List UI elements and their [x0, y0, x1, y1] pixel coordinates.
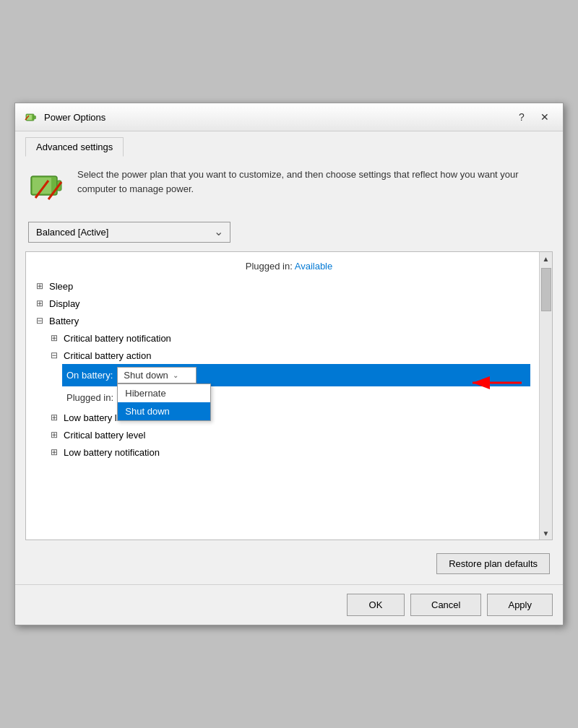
plugged-in-label: Plugged in: [66, 392, 113, 403]
plugged-header-value: Available [295, 261, 333, 272]
on-battery-row: On battery: Shut down ⌄ Hibernate Shut d… [62, 364, 530, 386]
close-button[interactable]: ✕ [535, 109, 554, 125]
settings-box: Plugged in: Available ⊞ Sleep ⊞ Display … [25, 251, 553, 540]
battery-icon-wrap [28, 168, 69, 210]
expand-icon-low-battery-notification[interactable]: ⊞ [48, 446, 61, 459]
svg-rect-1 [34, 116, 36, 119]
tree-label-low-battery-notification: Low battery notification [64, 447, 160, 458]
plan-dropdown-row: Balanced [Active] High performance Power… [25, 222, 553, 243]
tab-advanced-settings[interactable]: Advanced settings [25, 137, 124, 157]
collapse-icon-critical-action[interactable]: ⊟ [48, 349, 61, 362]
power-icon [24, 110, 38, 124]
scroll-up-arrow[interactable]: ▲ [540, 252, 553, 265]
dropdown-arrow-icon: ⌄ [173, 371, 178, 379]
restore-row: Restore plan defaults [25, 547, 553, 574]
collapse-icon-battery[interactable]: ⊟ [33, 314, 46, 327]
title-controls: ? ✕ [512, 109, 554, 125]
footer-buttons: OK Cancel Apply [15, 584, 563, 625]
plan-select-wrapper: Balanced [Active] High performance Power… [28, 222, 230, 243]
on-battery-value: Shut down [124, 370, 168, 381]
tree-label-display: Display [49, 298, 80, 309]
description-text: Select the power plan that you want to c… [77, 168, 550, 196]
tree-label-critical-battery-level: Critical battery level [64, 430, 145, 441]
title-bar-left: Power Options [24, 110, 105, 124]
cancel-button[interactable]: Cancel [410, 594, 481, 616]
dropdown-option-shutdown[interactable]: Shut down [118, 402, 210, 420]
restore-defaults-button[interactable]: Restore plan defaults [436, 553, 550, 574]
tree-label-critical-action: Critical battery action [64, 350, 151, 361]
scroll-down-arrow[interactable]: ▼ [540, 526, 553, 540]
tree-label-critical-notification: Critical battery notification [64, 333, 171, 344]
on-battery-dropdown-popup: Hibernate Shut down [117, 384, 211, 421]
expand-icon-critical-battery-level[interactable]: ⊞ [48, 428, 61, 441]
plugged-header-label: Plugged in: [246, 261, 293, 272]
tab-bar: Advanced settings [25, 131, 553, 156]
dialog-body: Advanced settings Select the power plan … [15, 131, 563, 584]
dialog-title: Power Options [44, 112, 105, 123]
dropdown-option-hibernate[interactable]: Hibernate [118, 384, 210, 402]
tree-item-sleep: ⊞ Sleep [33, 277, 545, 295]
tree-item-low-battery-notification: ⊞ Low battery notification [48, 443, 545, 461]
plan-select[interactable]: Balanced [Active] High performance Power… [28, 222, 230, 243]
battery-large-icon [28, 168, 69, 208]
tree-item-battery: ⊟ Battery [33, 312, 545, 329]
scrollbar[interactable]: ▲ ▼ [539, 252, 552, 540]
on-battery-label: On battery: [66, 370, 113, 381]
help-button[interactable]: ? [512, 109, 531, 125]
svg-rect-6 [33, 178, 51, 194]
scroll-thumb[interactable] [541, 268, 551, 311]
on-battery-dropdown[interactable]: Shut down ⌄ [117, 367, 196, 384]
settings-inner: Plugged in: Available ⊞ Sleep ⊞ Display … [26, 252, 552, 540]
title-bar: Power Options ? ✕ [15, 103, 563, 131]
description-area: Select the power plan that you want to c… [25, 156, 553, 222]
tree-item-critical-action: ⊟ Critical battery action [48, 347, 545, 364]
plugged-header: Plugged in: Available [33, 258, 545, 277]
power-options-dialog: Power Options ? ✕ Advanced settings [14, 103, 564, 625]
ok-button[interactable]: OK [347, 594, 405, 616]
expand-icon-critical-notification[interactable]: ⊞ [48, 332, 61, 344]
tree-item-critical-notification: ⊞ Critical battery notification [48, 329, 545, 347]
tree-item-display: ⊞ Display [33, 295, 545, 312]
tree-item-critical-battery-level: ⊞ Critical battery level [48, 426, 545, 443]
expand-icon-sleep[interactable]: ⊞ [33, 280, 46, 292]
tree-label-sleep: Sleep [49, 281, 73, 292]
tree-label-battery: Battery [49, 316, 79, 326]
expand-icon-display[interactable]: ⊞ [33, 297, 46, 310]
on-battery-dropdown-wrapper: Shut down ⌄ Hibernate Shut down [117, 367, 196, 384]
expand-icon-low-battery-level[interactable]: ⊞ [48, 411, 61, 424]
apply-button[interactable]: Apply [487, 594, 553, 616]
